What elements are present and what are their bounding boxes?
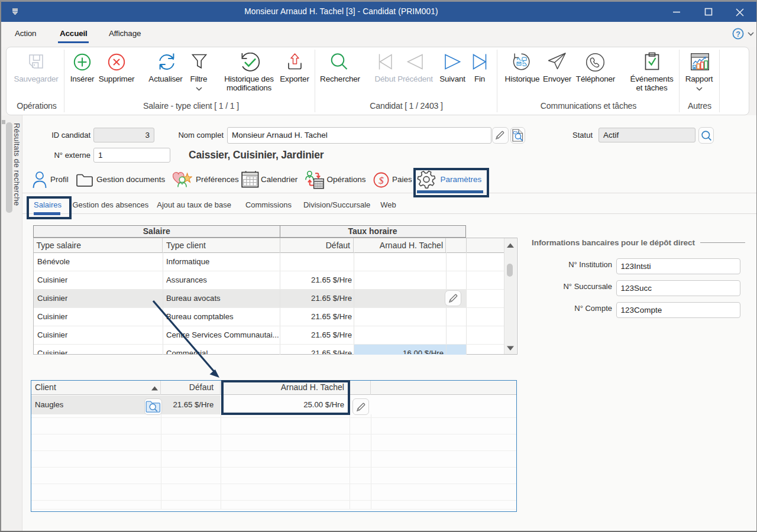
svg-text:$: $ [378, 175, 384, 186]
svg-text:?: ? [736, 30, 740, 38]
